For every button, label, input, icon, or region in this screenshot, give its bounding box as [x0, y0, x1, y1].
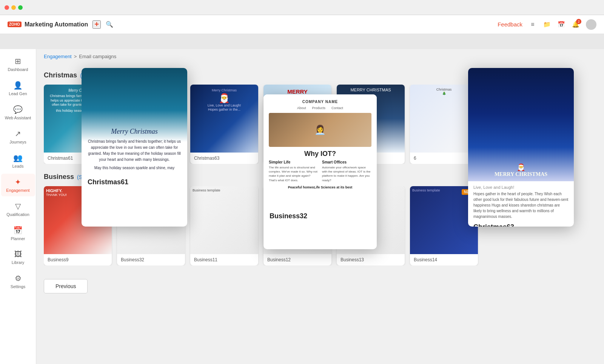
christmas63-image: Merry Christmas 🎅 Live, Love and Laugh!H…: [190, 85, 258, 153]
journeys-icon: ↗: [15, 129, 21, 138]
window-controls: [5, 5, 23, 10]
template-card-christmas64[interactable]: MERRYChristmas 🦌 Christmas64: [263, 85, 331, 164]
sidebar-label-leadgen: Lead Gen: [9, 91, 27, 96]
header-left: ZOHO Marketing Automation + 🔍: [8, 20, 114, 29]
christmas-section-header: Christmas (Show more): [44, 71, 596, 79]
christmas-template-grid: Merry Ch... Christmas brings family and …: [44, 85, 596, 164]
folder-icon[interactable]: 📁: [543, 20, 551, 29]
list-view-icon[interactable]: ≡: [528, 20, 537, 29]
sidebar-item-qualification[interactable]: ▽ Qualification: [1, 198, 35, 221]
template-card-business13[interactable]: Business template Business13: [337, 186, 405, 265]
christmas-section-title: Christmas: [44, 71, 77, 79]
sidebar-item-library[interactable]: 🖼 Library: [1, 246, 35, 268]
template-card-business32[interactable]: Why IOT? Simpler Life Smart Offices The …: [117, 186, 185, 265]
feedback-button[interactable]: Feedback: [498, 21, 522, 28]
christmas65-image: MERRY CHRISTMAS: [337, 85, 405, 153]
sidebar-label-leads: Leads: [12, 164, 24, 168]
business13-label: Business13: [337, 254, 405, 265]
planner-icon: 📅: [13, 226, 23, 235]
business14-label: Business14: [410, 254, 478, 265]
main-content: Engagement > Email campaigns Christmas (…: [36, 49, 604, 364]
app-title: Marketing Automation: [25, 21, 88, 28]
titlebar: [0, 0, 604, 15]
christmas65-label: Christmas65: [337, 153, 405, 164]
header: ZOHO Marketing Automation + 🔍 Feedback ≡…: [0, 15, 604, 34]
previous-button[interactable]: Previous: [44, 279, 88, 293]
calendar-icon[interactable]: 📅: [557, 20, 565, 29]
sidebar-item-web-assistant[interactable]: 💬 Web Assistant: [1, 101, 35, 124]
template-card-business11[interactable]: Business template Business11: [190, 186, 258, 265]
christmas62-image: 🎅 Hopes gather in the heart...other good…: [117, 85, 185, 153]
maximize-dot[interactable]: [18, 5, 23, 10]
sidebar-item-planner[interactable]: 📅 Planner: [1, 222, 35, 245]
library-icon: 🖼: [14, 250, 22, 259]
sidebar-item-engagement[interactable]: ✦ Engagement: [1, 174, 35, 196]
business13-image: Business template: [337, 186, 405, 254]
christmas61-label: Christmas61: [44, 153, 112, 164]
template-card-christmas63[interactable]: Merry Christmas 🎅 Live, Love and Laugh!H…: [190, 85, 258, 164]
business32-image: Why IOT? Simpler Life Smart Offices The …: [117, 186, 185, 254]
new-badge: NEW: [462, 189, 475, 195]
template-card-business12[interactable]: Business template Business12: [263, 186, 331, 265]
christmas61-image: Merry Ch... Christmas brings family and …: [44, 85, 112, 153]
leadgen-icon: 👤: [13, 81, 23, 90]
settings-icon: ⚙: [15, 274, 22, 283]
bottom-bar: Previous: [36, 273, 604, 299]
sidebar-item-leadgen[interactable]: 👤 Lead Gen: [1, 77, 35, 100]
engagement-icon: ✦: [15, 177, 21, 187]
business-section-header: Business (Sho...: [44, 173, 596, 181]
business-section-title: Business: [44, 173, 74, 181]
notification-badge: 2: [576, 19, 581, 24]
template-card-business9[interactable]: HIGHFY. THANK YOU! Business9: [44, 186, 112, 265]
content-area: Christmas (Show more) Merry Ch... Christ…: [36, 64, 604, 273]
business11-label: Business11: [190, 254, 258, 265]
web-assistant-icon: 💬: [13, 105, 23, 114]
business11-image: Business template: [190, 186, 258, 254]
sidebar-label-settings: Settings: [11, 284, 26, 289]
business14-image: NEW Business template: [410, 186, 478, 254]
template-card-business14[interactable]: NEW Business template Business14: [410, 186, 478, 265]
business32-label: Business32: [117, 254, 185, 265]
sidebar: ⊞ Dashboard 👤 Lead Gen 💬 Web Assistant ↗…: [0, 49, 36, 364]
business12-image: Business template: [263, 186, 331, 254]
sidebar-label-library: Library: [12, 260, 25, 265]
user-avatar[interactable]: [586, 19, 596, 30]
search-button[interactable]: 🔍: [105, 20, 114, 29]
breadcrumb: Engagement > Email campaigns: [36, 49, 604, 64]
notification-icon[interactable]: 🔔 2: [572, 20, 580, 29]
breadcrumb-parent[interactable]: Engagement: [44, 54, 72, 59]
sidebar-label-journeys: Journeys: [9, 140, 26, 144]
christmas66-label: 6: [410, 153, 478, 164]
breadcrumb-current: Email campaigns: [79, 54, 116, 59]
minimize-dot[interactable]: [11, 5, 16, 10]
app-logo: ZOHO Marketing Automation: [8, 21, 88, 28]
business-show-more[interactable]: (Sho...: [77, 174, 92, 180]
christmas64-label: Christmas64: [263, 153, 331, 164]
sidebar-item-dashboard[interactable]: ⊞ Dashboard: [1, 53, 35, 76]
sidebar-label-engagement: Engagement: [6, 188, 29, 193]
christmas64-image: MERRYChristmas 🦌: [263, 85, 331, 153]
christmas-show-more[interactable]: (Show more): [80, 72, 110, 79]
christmas63-label: Christmas63: [190, 153, 258, 164]
business12-label: Business12: [263, 254, 331, 265]
christmas66-image: Christmas🎄: [410, 85, 478, 153]
template-card-christmas62[interactable]: 🎅 Hopes gather in the heart...other good…: [117, 85, 185, 164]
add-button[interactable]: +: [92, 20, 101, 29]
business9-image: HIGHFY. THANK YOU!: [44, 186, 112, 254]
breadcrumb-separator: >: [74, 54, 77, 59]
sidebar-item-journeys[interactable]: ↗ Journeys: [1, 125, 35, 148]
business-template-grid: HIGHFY. THANK YOU! Business9 Why IOT? Si…: [44, 186, 596, 265]
sidebar-label-web-assistant: Web Assistant: [5, 116, 31, 120]
sidebar-label-dashboard: Dashboard: [8, 67, 28, 72]
template-card-christmas61[interactable]: Merry Ch... Christmas brings family and …: [44, 85, 112, 164]
leads-icon: 👥: [13, 153, 23, 162]
sidebar-label-qualification: Qualification: [6, 212, 29, 217]
sidebar-item-leads[interactable]: 👥 Leads: [1, 150, 35, 172]
close-dot[interactable]: [5, 5, 9, 10]
template-card-christmas66[interactable]: Christmas🎄 6: [410, 85, 478, 164]
sidebar-item-settings[interactable]: ⚙ Settings: [1, 270, 35, 293]
zoho-logo-abbr: ZOHO: [8, 22, 22, 27]
christmas62-label: Christmas62: [117, 153, 185, 164]
template-card-christmas65[interactable]: MERRY CHRISTMAS Christmas65: [337, 85, 405, 164]
dashboard-icon: ⊞: [15, 57, 21, 66]
